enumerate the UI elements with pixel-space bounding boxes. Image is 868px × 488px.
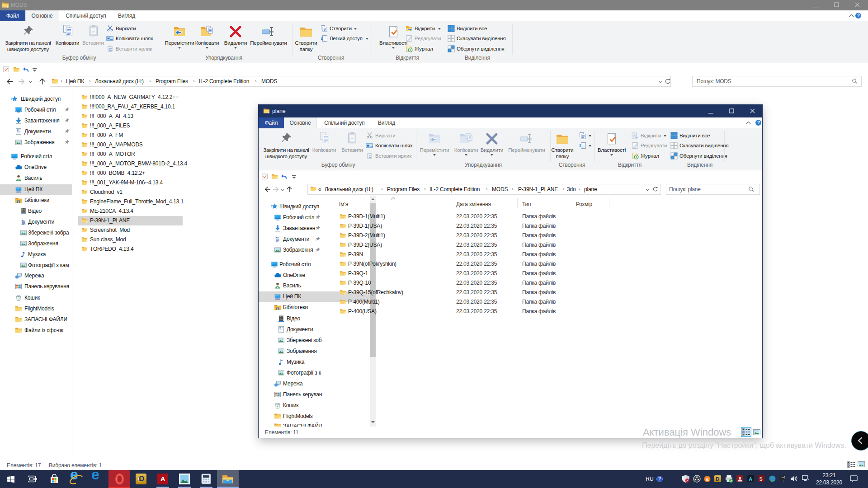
svg-text:a: a [706,477,709,482]
